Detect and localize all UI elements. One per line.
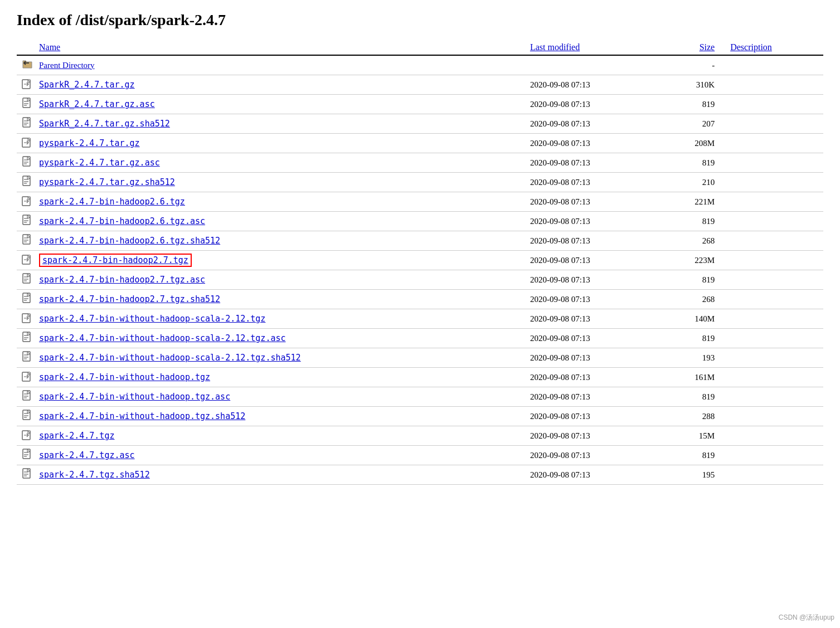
file-link[interactable]: pyspark-2.4.7.tar.gz	[39, 138, 140, 148]
table-row: spark-2.4.7-bin-hadoop2.7.tgz.asc2020-09…	[17, 270, 823, 290]
file-date-cell: 2020-09-08 07:13	[508, 212, 664, 231]
table-row: pyspark-2.4.7.tar.gz.sha5122020-09-08 07…	[17, 173, 823, 192]
file-name-cell: spark-2.4.7.tgz	[35, 426, 508, 446]
file-date-cell: 2020-09-08 07:13	[508, 231, 664, 251]
file-name-cell: spark-2.4.7-bin-hadoop2.7.tgz.sha512	[35, 290, 508, 309]
file-size-cell: 223M	[664, 251, 726, 270]
file-desc-cell	[726, 75, 823, 95]
table-row: spark-2.4.7-bin-without-hadoop-scala-2.1…	[17, 348, 823, 368]
file-date-cell: 2020-09-08 07:13	[508, 192, 664, 212]
file-date-cell: 2020-09-08 07:13	[508, 368, 664, 387]
file-size-cell: 193	[664, 348, 726, 368]
file-size-cell: 268	[664, 231, 726, 251]
file-icon-cell	[17, 173, 35, 192]
table-header-row: Name Last modified Size Description	[17, 40, 823, 55]
file-link[interactable]: Parent Directory	[39, 61, 95, 70]
file-size-cell: 268	[664, 290, 726, 309]
file-link[interactable]: spark-2.4.7.tgz	[39, 431, 114, 441]
file-date-cell: 2020-09-08 07:13	[508, 251, 664, 270]
file-link[interactable]: SparkR_2.4.7.tar.gz.asc	[39, 99, 155, 109]
table-row: spark-2.4.7-bin-hadoop2.6.tgz.sha5122020…	[17, 231, 823, 251]
file-name-cell: spark-2.4.7-bin-without-hadoop-scala-2.1…	[35, 329, 508, 348]
file-icon-cell	[17, 231, 35, 251]
file-date-cell: 2020-09-08 07:13	[508, 309, 664, 329]
col-name-header[interactable]: Name	[35, 40, 508, 55]
table-row: spark-2.4.7-bin-without-hadoop-scala-2.1…	[17, 309, 823, 329]
file-date-cell: 2020-09-08 07:13	[508, 173, 664, 192]
file-link[interactable]: spark-2.4.7-bin-without-hadoop.tgz.asc	[39, 392, 230, 402]
col-size-header[interactable]: Size	[664, 40, 726, 55]
file-size-cell: 819	[664, 329, 726, 348]
file-name-cell: spark-2.4.7-bin-hadoop2.6.tgz	[35, 192, 508, 212]
file-name-cell: SparkR_2.4.7.tar.gz.sha512	[35, 114, 508, 134]
table-row: spark-2.4.7-bin-hadoop2.6.tgz2020-09-08 …	[17, 192, 823, 212]
file-desc-cell	[726, 251, 823, 270]
file-link[interactable]: spark-2.4.7.tgz.asc	[39, 450, 135, 460]
file-size-cell: 221M	[664, 192, 726, 212]
file-link[interactable]: spark-2.4.7-bin-hadoop2.7.tgz.asc	[39, 275, 205, 285]
table-row: pyspark-2.4.7.tar.gz2020-09-08 07:13208M	[17, 134, 823, 153]
file-size-cell: 819	[664, 446, 726, 465]
file-link[interactable]: spark-2.4.7-bin-without-hadoop.tgz	[39, 372, 210, 382]
file-name-cell: spark-2.4.7-bin-without-hadoop-scala-2.1…	[35, 348, 508, 368]
file-desc-cell	[726, 329, 823, 348]
file-icon-cell	[17, 290, 35, 309]
file-date-cell: 2020-09-08 07:13	[508, 270, 664, 290]
file-link[interactable]: spark-2.4.7-bin-hadoop2.6.tgz	[39, 197, 185, 207]
file-link[interactable]: spark-2.4.7-bin-without-hadoop-scala-2.1…	[39, 353, 301, 363]
file-name-cell: spark-2.4.7-bin-without-hadoop-scala-2.1…	[35, 309, 508, 329]
file-size-cell: 207	[664, 114, 726, 134]
col-date-header[interactable]: Last modified	[508, 40, 664, 55]
file-icon-cell	[17, 251, 35, 270]
table-row: Parent Directory-	[17, 55, 823, 75]
file-icon-cell	[17, 407, 35, 426]
file-link[interactable]: SparkR_2.4.7.tar.gz.sha512	[39, 119, 170, 129]
table-row: spark-2.4.7.tgz.sha5122020-09-08 07:1319…	[17, 465, 823, 485]
file-icon-cell	[17, 309, 35, 329]
file-link[interactable]: pyspark-2.4.7.tar.gz.asc	[39, 158, 160, 168]
file-name-cell: spark-2.4.7.tgz.sha512	[35, 465, 508, 485]
file-link[interactable]: spark-2.4.7-bin-without-hadoop.tgz.sha51…	[39, 411, 245, 421]
file-icon-cell	[17, 114, 35, 134]
table-row: spark-2.4.7.tgz2020-09-08 07:1315M	[17, 426, 823, 446]
file-icon-cell	[17, 348, 35, 368]
file-size-cell: 195	[664, 465, 726, 485]
table-row: spark-2.4.7-bin-without-hadoop-scala-2.1…	[17, 329, 823, 348]
file-desc-cell	[726, 114, 823, 134]
file-name-cell: spark-2.4.7-bin-hadoop2.7.tgz.asc	[35, 270, 508, 290]
table-row: spark-2.4.7-bin-without-hadoop.tgz2020-0…	[17, 368, 823, 387]
file-icon-cell	[17, 134, 35, 153]
file-link[interactable]: spark-2.4.7-bin-hadoop2.6.tgz.sha512	[39, 236, 220, 246]
file-name-cell: SparkR_2.4.7.tar.gz.asc	[35, 95, 508, 114]
file-link[interactable]: spark-2.4.7.tgz.sha512	[39, 470, 150, 480]
table-row: SparkR_2.4.7.tar.gz.sha5122020-09-08 07:…	[17, 114, 823, 134]
file-desc-cell	[726, 212, 823, 231]
table-row: pyspark-2.4.7.tar.gz.asc2020-09-08 07:13…	[17, 153, 823, 173]
file-date-cell: 2020-09-08 07:13	[508, 426, 664, 446]
file-size-cell: 310K	[664, 75, 726, 95]
file-date-cell: 2020-09-08 07:13	[508, 153, 664, 173]
file-size-cell: 161M	[664, 368, 726, 387]
file-name-cell: pyspark-2.4.7.tar.gz.sha512	[35, 173, 508, 192]
file-date-cell: 2020-09-08 07:13	[508, 95, 664, 114]
file-desc-cell	[726, 231, 823, 251]
file-link[interactable]: spark-2.4.7-bin-without-hadoop-scala-2.1…	[39, 314, 265, 324]
file-size-cell: -	[664, 55, 726, 75]
file-date-cell: 2020-09-08 07:13	[508, 348, 664, 368]
file-desc-cell	[726, 465, 823, 485]
file-date-cell	[508, 55, 664, 75]
file-desc-cell	[726, 192, 823, 212]
file-desc-cell	[726, 55, 823, 75]
file-desc-cell	[726, 153, 823, 173]
file-link[interactable]: spark-2.4.7-bin-hadoop2.7.tgz	[42, 255, 188, 265]
file-link[interactable]: spark-2.4.7-bin-without-hadoop-scala-2.1…	[39, 333, 286, 343]
file-size-cell: 819	[664, 212, 726, 231]
file-size-cell: 15M	[664, 426, 726, 446]
file-link[interactable]: spark-2.4.7-bin-hadoop2.7.tgz.sha512	[39, 294, 220, 304]
file-desc-cell	[726, 290, 823, 309]
file-link[interactable]: SparkR_2.4.7.tar.gz	[39, 80, 135, 90]
file-link[interactable]: spark-2.4.7-bin-hadoop2.6.tgz.asc	[39, 216, 205, 226]
file-icon-cell	[17, 270, 35, 290]
file-link[interactable]: pyspark-2.4.7.tar.gz.sha512	[39, 177, 175, 187]
col-desc-header[interactable]: Description	[726, 40, 823, 55]
